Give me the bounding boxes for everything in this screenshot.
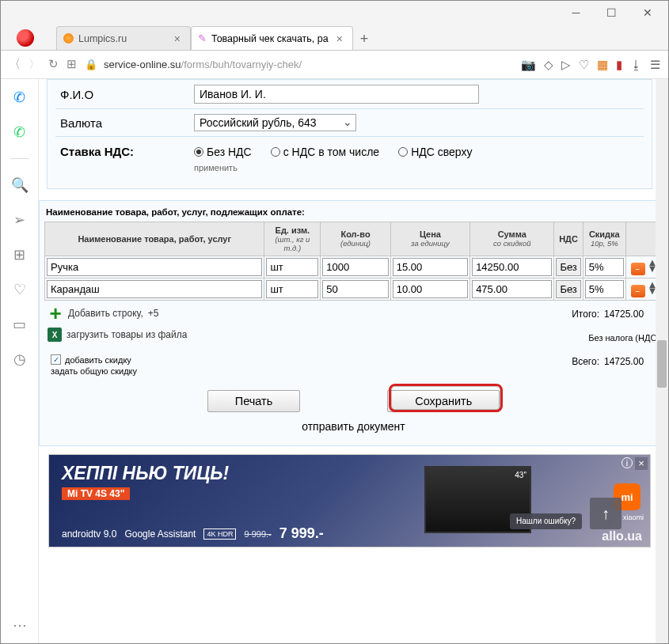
mi-text: xiaomi — [623, 513, 644, 521]
currency-label: Валюта — [55, 116, 194, 130]
play-icon[interactable]: ▷ — [561, 58, 571, 72]
ad-banner[interactable]: i × ХЕППІ НЬЮ ТИЦЬ! Mi TV 4S 43" mi xiao… — [48, 454, 651, 547]
row-disc-input[interactable] — [585, 258, 624, 276]
page-content: Ф.И.О Валюта Российский рубль, 643 Ставк… — [39, 79, 668, 643]
window-minimize-button[interactable]: ─ — [558, 2, 594, 24]
url-field[interactable]: 🔒 service-online.su/forms/buh/tovarnyiy-… — [85, 59, 513, 70]
itogo-value: 14725.00 — [604, 305, 659, 324]
currency-select[interactable]: Российский рубль, 643 — [194, 114, 356, 131]
found-bug-button[interactable]: Нашли ошибку? — [510, 513, 582, 529]
news-icon[interactable]: ▭ — [13, 316, 26, 333]
radio-icon — [194, 147, 203, 157]
row-sum-input[interactable] — [472, 280, 552, 298]
plus-icon — [48, 305, 63, 321]
vat-radio-ontop[interactable]: НДС сверху — [398, 146, 472, 158]
apply-vat-link[interactable]: применить — [194, 163, 644, 180]
fio-label: Ф.И.О — [55, 88, 194, 101]
row-price-input[interactable] — [393, 280, 468, 298]
send-icon[interactable]: ➢ — [13, 211, 25, 229]
tab-close-icon[interactable]: × — [333, 32, 346, 45]
col-sum: Суммасо скидкой — [470, 222, 554, 256]
add-row-label: Добавить строку, — [68, 308, 143, 319]
more-icon[interactable]: ⋯ — [13, 616, 27, 634]
messenger-icon[interactable]: ✆ — [13, 89, 25, 106]
row-price-input[interactable] — [393, 258, 468, 276]
extension-icon[interactable]: ▦ — [597, 58, 608, 72]
fio-input[interactable] — [194, 85, 479, 104]
extension-icon[interactable]: ▮ — [616, 58, 622, 72]
whatsapp-icon[interactable]: ✆ — [13, 123, 25, 141]
radio-label: НДС сверху — [411, 146, 472, 158]
scroll-top-button[interactable]: ↑ — [590, 498, 621, 529]
ad-close-icon[interactable]: × — [635, 457, 648, 470]
delete-row-icon[interactable]: − — [631, 285, 645, 297]
vat-radio-none[interactable]: Без НДС — [194, 146, 252, 158]
window-close-button[interactable]: ✕ — [629, 2, 665, 24]
row-sum-input[interactable] — [472, 258, 552, 276]
tab-title: Lumpics.ru — [78, 33, 127, 44]
tab-lumpics[interactable]: Lumpics.ru × — [56, 26, 191, 50]
send-document-link[interactable]: отправить документ — [44, 417, 663, 441]
vsego-label: Всего: — [572, 356, 599, 367]
history-icon[interactable]: ◷ — [13, 350, 26, 368]
ad-hdr: 4K HDR — [203, 528, 236, 540]
search-icon[interactable]: 🔍 — [11, 176, 29, 194]
load-from-file-link[interactable]: X загрузить товары из файла — [48, 328, 572, 342]
row-nds-input[interactable] — [556, 258, 580, 276]
print-button[interactable]: Печать — [207, 390, 301, 412]
ad-price: 7 999.- — [279, 525, 324, 542]
row-qty-input[interactable] — [322, 258, 389, 276]
heart-icon[interactable]: ♡ — [13, 281, 26, 298]
speed-dial-button[interactable]: ⊞ — [67, 57, 77, 72]
delete-row-icon[interactable]: − — [631, 263, 645, 275]
ad-androidtv: androidtv 9.0 — [62, 528, 116, 540]
row-unit-input[interactable] — [266, 280, 318, 298]
window-titlebar: ─ ☐ ✕ — [1, 1, 668, 25]
easy-setup-icon[interactable]: ☰ — [650, 58, 660, 72]
tab-service-online[interactable]: ✎ Товарный чек скачать, ра × — [191, 26, 353, 50]
add-row-5-link[interactable]: +5 — [148, 308, 159, 319]
no-nds-label: Без налога (НДС) — [572, 324, 659, 353]
row-nds-input[interactable] — [556, 280, 580, 298]
excel-icon: X — [48, 328, 62, 342]
add-discount-label: добавить скидку — [65, 355, 131, 365]
favicon-icon: ✎ — [198, 32, 207, 44]
items-table: Наименование товара, работ, услуг Ед. из… — [44, 222, 663, 301]
nav-back-button[interactable]: 〈 — [9, 57, 21, 72]
opera-menu-icon[interactable] — [17, 29, 34, 47]
left-sidebar: ✆ ✆ 🔍 ➢ ⊞ ♡ ▭ ◷ ⋯ — [1, 79, 39, 643]
snapshot-icon[interactable]: 📷 — [521, 58, 536, 72]
divider — [10, 158, 29, 159]
row-name-input[interactable] — [47, 258, 262, 276]
ad-brand: allo.ua — [602, 529, 642, 544]
nav-reload-button[interactable]: ↻ — [48, 57, 59, 72]
row-unit-input[interactable] — [266, 258, 318, 276]
lock-icon: 🔒 — [85, 59, 97, 70]
table-row: − ▲▼ — [45, 278, 663, 301]
speed-dial-icon[interactable]: ⊞ — [13, 246, 25, 263]
window-maximize-button[interactable]: ☐ — [594, 2, 629, 24]
row-disc-input[interactable] — [585, 280, 624, 298]
vsego-value: 14725.00 — [604, 353, 659, 371]
ad-product-tag: Mi TV 4S 43" — [62, 487, 130, 500]
shield-icon[interactable]: ◇ — [544, 58, 553, 72]
download-icon[interactable]: ⭳ — [630, 58, 642, 71]
currency-value: Российский рубль, 643 — [200, 116, 317, 129]
row-name-input[interactable] — [47, 280, 262, 298]
new-tab-button[interactable]: + — [353, 28, 375, 50]
ad-title: ХЕППІ НЬЮ ТИЦЬ! — [49, 455, 650, 486]
scrollbar-track[interactable] — [656, 79, 668, 643]
col-nds: НДС — [554, 222, 583, 256]
col-unit: Ед. изм.(шт., кг и т.д.) — [264, 222, 321, 256]
save-highlight — [389, 384, 503, 412]
tab-close-icon[interactable]: × — [171, 32, 184, 45]
heart-icon[interactable]: ♡ — [579, 58, 589, 72]
col-disc: Скидка10р, 5% — [583, 222, 625, 256]
row-qty-input[interactable] — [322, 280, 389, 298]
itogo-label: Итого: — [572, 309, 599, 320]
nav-forward-button[interactable]: 〉 — [29, 57, 40, 72]
add-discount-checkbox[interactable]: ✓ — [51, 354, 61, 365]
vat-radio-included[interactable]: с НДС в том числе — [271, 146, 379, 158]
add-row-link[interactable]: Добавить строку, +5 — [48, 305, 572, 321]
set-total-discount-link[interactable]: задать общую скидку — [48, 366, 572, 376]
